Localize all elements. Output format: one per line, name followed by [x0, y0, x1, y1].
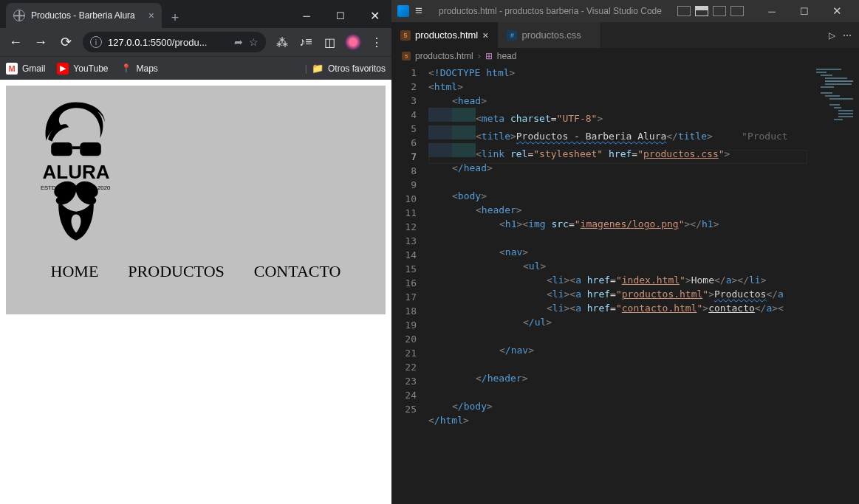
svg-rect-1 [80, 142, 101, 156]
tab-productos-html[interactable]: 5 productos.html × [391, 22, 498, 48]
run-icon[interactable]: ▷ [829, 30, 835, 41]
svg-text:2020: 2020 [97, 184, 111, 191]
chrome-menu-icon[interactable]: ⋮ [366, 32, 387, 52]
breadcrumb-symbol: head [497, 51, 517, 61]
sidepanel-icon[interactable]: ◫ [319, 32, 340, 52]
svg-rect-21 [834, 119, 843, 120]
vscode-window-controls: ─ ☐ ✕ [756, 1, 853, 21]
svg-rect-11 [825, 83, 852, 85]
page-header: ALURA ESTD 2020 HOME PRODUCTOS CONTACTO [6, 86, 386, 314]
breadcrumb-separator-icon: › [478, 51, 481, 61]
url-text: 127.0.0.1:5500/produ... [108, 37, 228, 48]
more-actions-icon[interactable]: ⋯ [843, 30, 852, 41]
other-bookmarks[interactable]: | 📁 Otros favoritos [305, 63, 386, 74]
bookmark-maps[interactable]: 📍 Maps [120, 63, 158, 75]
breadcrumb-file: productos.html [415, 51, 473, 61]
nav-productos[interactable]: PRODUCTOS [128, 262, 224, 281]
back-button[interactable]: ← [4, 31, 27, 53]
html-file-icon: 5 [400, 30, 411, 41]
line-gutter: 1234567891011121314151617181920212223242… [391, 64, 428, 504]
tab-strip: Productos - Barberia Alura × + ─ ☐ ✕ [0, 0, 391, 28]
vscode-icon [397, 5, 409, 17]
barber-logo-svg: ALURA ESTD 2020 [28, 97, 124, 241]
bookmark-youtube[interactable]: ▶ YouTube [57, 63, 108, 75]
share-icon[interactable]: ➦ [234, 36, 243, 48]
editor-tabs: 5 productos.html × # productos.css × ▷ ⋯ [391, 22, 859, 48]
svg-rect-10 [825, 80, 853, 82]
bookmark-label: Gmail [22, 63, 45, 74]
html-file-icon: 5 [402, 52, 411, 61]
svg-rect-8 [821, 75, 832, 76]
minimap[interactable] [807, 64, 859, 504]
nav-home[interactable]: HOME [51, 262, 99, 281]
reload-button[interactable]: ⟳ [55, 31, 77, 53]
forward-button[interactable]: → [30, 31, 52, 53]
tab-close-icon[interactable]: × [148, 10, 154, 21]
bookmark-label: Maps [137, 63, 158, 74]
breadcrumb[interactable]: 5 productos.html › ⊞ head [391, 48, 859, 64]
svg-text:ALURA: ALURA [43, 162, 110, 184]
svg-rect-2 [72, 146, 80, 149]
tab-label: productos.html [415, 30, 478, 41]
new-tab-button[interactable]: + [165, 7, 185, 28]
nav-contacto[interactable]: CONTACTO [254, 262, 341, 281]
svg-rect-6 [816, 69, 841, 70]
bookmark-star-icon[interactable]: ☆ [249, 36, 259, 48]
layout-left-icon[interactable] [677, 6, 691, 16]
media-control-icon[interactable]: ♪≡ [295, 32, 316, 52]
css-file-icon: # [507, 30, 517, 41]
svg-rect-0 [51, 142, 72, 156]
minimize-button[interactable]: ─ [290, 3, 324, 28]
globe-icon [13, 10, 25, 21]
close-button[interactable]: ✕ [821, 1, 853, 21]
browser-toolbar: ← → ⟳ i 127.0.0.1:5500/produ... ➦ ☆ ⁂ ♪≡… [0, 28, 391, 56]
layout-bottom-icon[interactable] [695, 6, 708, 16]
profile-avatar[interactable] [343, 32, 363, 52]
minimize-button[interactable]: ─ [756, 1, 788, 21]
svg-rect-14 [825, 95, 840, 97]
close-window-button[interactable]: ✕ [357, 3, 391, 28]
code-editor[interactable]: <!DOCTYPE html> <html> <head> <meta char… [428, 64, 807, 504]
bookmarks-bar: M Gmail ▶ YouTube 📍 Maps | 📁 Otros favor… [0, 56, 391, 80]
svg-rect-16 [829, 104, 840, 106]
window-title: productos.html - productos barberia - Vi… [439, 6, 662, 16]
extensions-icon[interactable]: ⁂ [272, 32, 292, 52]
maps-icon: 📍 [120, 63, 132, 75]
gmail-icon: M [6, 63, 18, 75]
page-nav: HOME PRODUCTOS CONTACTO [28, 262, 363, 281]
svg-rect-18 [838, 110, 853, 111]
youtube-icon: ▶ [57, 63, 69, 75]
svg-rect-7 [816, 72, 827, 73]
svg-rect-15 [829, 98, 853, 100]
window-controls: ─ ☐ ✕ [290, 3, 391, 28]
browser-tab[interactable]: Productos - Barberia Alura × [6, 3, 162, 28]
chrome-window: Productos - Barberia Alura × + ─ ☐ ✕ ← →… [0, 0, 391, 504]
maximize-button[interactable]: ☐ [324, 3, 357, 28]
address-bar[interactable]: i 127.0.0.1:5500/produ... ➦ ☆ [83, 32, 266, 52]
svg-rect-19 [838, 113, 853, 114]
tab-title: Productos - Barberia Alura [31, 10, 135, 21]
svg-text:ESTD: ESTD [41, 184, 56, 191]
vscode-window: ≡ productos.html - productos barberia - … [391, 0, 859, 504]
vscode-titlebar: ≡ productos.html - productos barberia - … [391, 0, 859, 22]
layout-right-icon[interactable] [713, 6, 726, 16]
svg-rect-20 [838, 116, 853, 117]
maximize-button[interactable]: ☐ [788, 1, 821, 21]
svg-rect-12 [821, 86, 834, 88]
divider: | [305, 63, 307, 74]
tab-productos-css[interactable]: # productos.css × [498, 22, 600, 48]
logo: ALURA ESTD 2020 [28, 93, 363, 244]
svg-rect-13 [821, 92, 832, 94]
layout-custom-icon[interactable] [730, 6, 744, 16]
chrome-titlearea: Productos - Barberia Alura × + ─ ☐ ✕ ← →… [0, 0, 391, 80]
editor-area: 1234567891011121314151617181920212223242… [391, 64, 859, 504]
page-viewport: ALURA ESTD 2020 HOME PRODUCTOS CONTACTO [0, 80, 391, 504]
layout-buttons [677, 6, 744, 16]
bookmark-gmail[interactable]: M Gmail [6, 63, 45, 75]
site-info-icon[interactable]: i [90, 36, 102, 48]
menu-button[interactable]: ≡ [415, 4, 423, 18]
bookmark-label: Otros favoritos [328, 63, 386, 74]
tab-label: productos.css [521, 30, 581, 41]
tag-icon: ⊞ [485, 51, 493, 61]
tab-close-icon[interactable]: × [482, 30, 488, 41]
